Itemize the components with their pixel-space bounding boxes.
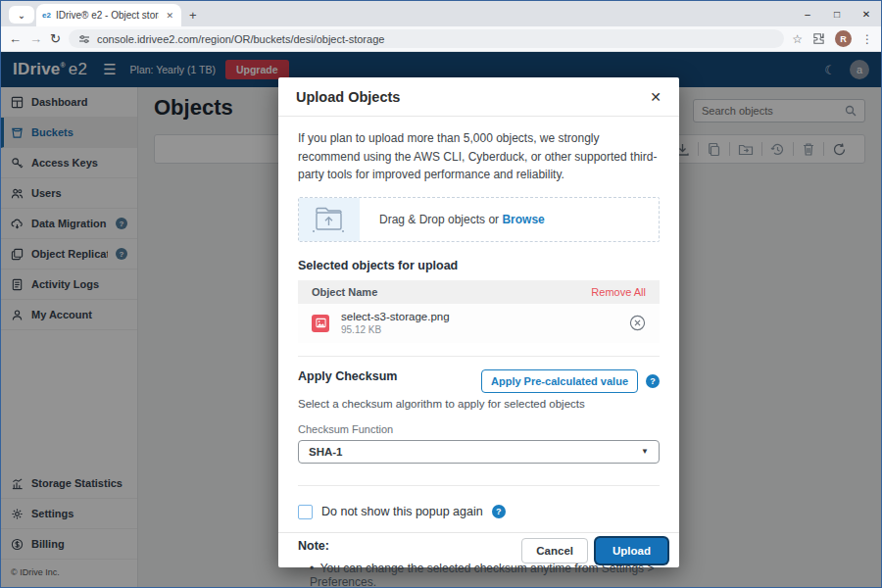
bookmark-star-icon[interactable]: ☆ [792,32,803,46]
object-name-header: Object Name [312,286,377,298]
file-name: select-s3-storage.png [341,311,617,322]
modal-footer: Cancel Upload [278,532,679,567]
url-text: console.idrivee2.com/region/OR/buckets/d… [97,33,384,45]
chevron-down-icon: ⌄ [18,10,25,21]
dropzone[interactable]: Drag & Drop objects or Browse [298,197,660,242]
window-close-button[interactable]: ✕ [852,9,881,20]
selected-objects-heading: Selected objects for upload [298,259,660,272]
browser-toolbar: ← → ↻ console.idrivee2.com/region/OR/buc… [1,26,881,52]
remove-file-icon[interactable] [629,315,646,331]
file-size: 95.12 KB [341,324,617,335]
chevron-down-icon: ▼ [641,447,649,456]
dropzone-icon-area [299,198,360,241]
file-meta: select-s3-storage.png 95.12 KB [341,311,617,335]
folder-upload-icon [311,204,348,235]
window-maximize-button[interactable]: □ [822,9,852,20]
upload-objects-modal: Upload Objects ✕ If you plan to upload m… [278,77,679,567]
apply-precalculated-button[interactable]: Apply Pre-calculated value [481,369,638,393]
window-minimize-button[interactable]: – [793,9,822,20]
dont-show-help-icon[interactable]: ? [492,505,506,518]
dont-show-row: Do not show this popup again ? [298,505,660,519]
back-button[interactable]: ← [9,31,22,46]
modal-header: Upload Objects ✕ [278,77,679,117]
new-tab-button[interactable]: + [189,8,197,23]
browser-tab[interactable]: e2 IDrive® e2 - Object storage ✕ [36,4,181,26]
cancel-button[interactable]: Cancel [521,538,588,564]
image-file-icon [312,315,329,332]
divider [298,485,660,486]
extensions-icon[interactable] [812,32,825,45]
table-row: select-s3-storage.png 95.12 KB [298,304,660,343]
checksum-function-label: Checksum Function [298,423,660,435]
browse-link[interactable]: Browse [502,213,544,226]
modal-title: Upload Objects [296,89,400,105]
browser-menu-icon[interactable]: ⋮ [861,32,873,46]
divider [298,356,660,357]
table-header-row: Object Name Remove All [298,280,660,304]
upload-button[interactable]: Upload [596,538,667,564]
favicon-e2-icon: e2 [42,11,51,20]
browser-profile-avatar[interactable]: R [835,30,852,47]
tab-title: IDrive® e2 - Object storage [56,10,160,21]
dont-show-label: Do not show this popup again [321,505,483,518]
tab-search-button[interactable]: ⌄ [9,6,34,24]
browser-tabstrip: ⌄ e2 IDrive® e2 - Object storage ✕ + – □… [1,1,881,26]
upload-recommendation-text: If you plan to upload more than 5,000 ob… [298,129,660,184]
remove-all-link[interactable]: Remove All [591,286,646,298]
apply-checksum-heading: Apply Checksum [298,369,397,383]
dropzone-text: Drag & Drop objects or Browse [379,213,545,226]
tab-close-icon[interactable]: ✕ [164,11,175,21]
checksum-subtext: Select a checksum algorithm to apply for… [298,398,660,410]
reload-button[interactable]: ↻ [50,31,61,46]
checksum-help-icon[interactable]: ? [646,374,660,388]
modal-close-icon[interactable]: ✕ [650,89,662,105]
window-controls: – □ ✕ [793,1,881,26]
selected-objects-table: Object Name Remove All select-s3-storage… [298,280,660,343]
checksum-select[interactable]: SHA-1 ▼ [298,440,660,464]
address-bar[interactable]: console.idrivee2.com/region/OR/buckets/d… [69,29,784,48]
checksum-selected-value: SHA-1 [309,446,343,458]
dont-show-checkbox[interactable] [298,505,313,519]
forward-button[interactable]: → [29,31,42,46]
site-settings-icon[interactable] [78,33,90,45]
browser-actions: ☆ R ⋮ [792,30,873,47]
